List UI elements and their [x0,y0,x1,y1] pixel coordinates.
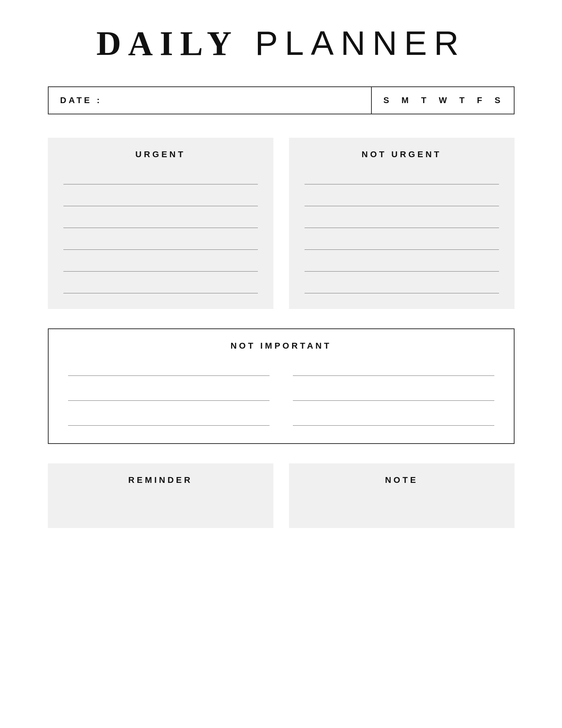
day-t2: T [459,95,466,105]
not-urgent-line-2[interactable] [305,197,499,206]
daily-planner-page: DAILY PLANNER DATE : S M T W T F S URGEN… [48,23,515,528]
day-m: M [401,95,410,105]
not-urgent-line-1[interactable] [305,175,499,184]
not-urgent-line-3[interactable] [305,219,499,228]
not-important-line-r2[interactable] [293,391,494,401]
date-bar: DATE : S M T W T F S [48,86,515,114]
not-urgent-lines [305,175,499,293]
day-f: F [477,95,483,105]
page-title-row: DAILY PLANNER [48,23,515,63]
day-t1: T [421,95,428,105]
not-urgent-box-title: NOT URGENT [362,149,441,160]
not-important-line-l2[interactable] [68,391,270,401]
date-label-text: DATE : [60,95,102,105]
urgent-line-4[interactable] [63,240,258,250]
not-important-line-r1[interactable] [293,367,494,376]
day-s2: S [495,95,502,105]
urgent-box-title: URGENT [135,149,186,160]
date-label-section: DATE : [49,87,372,114]
not-important-box-title: NOT IMPORTANT [231,341,332,351]
days-row: S M T W T F S [372,87,514,114]
title-daily: DAILY [96,25,239,62]
not-important-line-r3[interactable] [293,416,494,426]
not-important-col-right [293,367,494,426]
bottom-boxes-row: REMINDER NOTE [48,463,515,528]
reminder-box: REMINDER [48,463,273,528]
not-important-col-left [68,367,270,426]
title-planner: PLANNER [238,24,466,62]
urgent-line-3[interactable] [63,219,258,228]
note-box: NOTE [289,463,515,528]
urgent-lines [63,175,258,293]
not-important-line-l3[interactable] [68,416,270,426]
note-box-title: NOTE [385,475,418,485]
day-w: W [439,95,448,105]
urgent-line-1[interactable] [63,175,258,184]
not-urgent-line-6[interactable] [305,284,499,293]
not-important-line-l1[interactable] [68,367,270,376]
not-urgent-line-5[interactable] [305,262,499,272]
not-urgent-line-4[interactable] [305,240,499,250]
not-urgent-box: NOT URGENT [289,138,515,309]
urgent-line-2[interactable] [63,197,258,206]
top-boxes-row: URGENT NOT URGENT [48,138,515,309]
not-important-lines [68,367,494,426]
urgent-box: URGENT [48,138,273,309]
day-s1: S [383,95,391,105]
not-important-box: NOT IMPORTANT [48,328,515,444]
urgent-line-5[interactable] [63,262,258,272]
reminder-box-title: REMINDER [128,475,193,485]
urgent-line-6[interactable] [63,284,258,293]
